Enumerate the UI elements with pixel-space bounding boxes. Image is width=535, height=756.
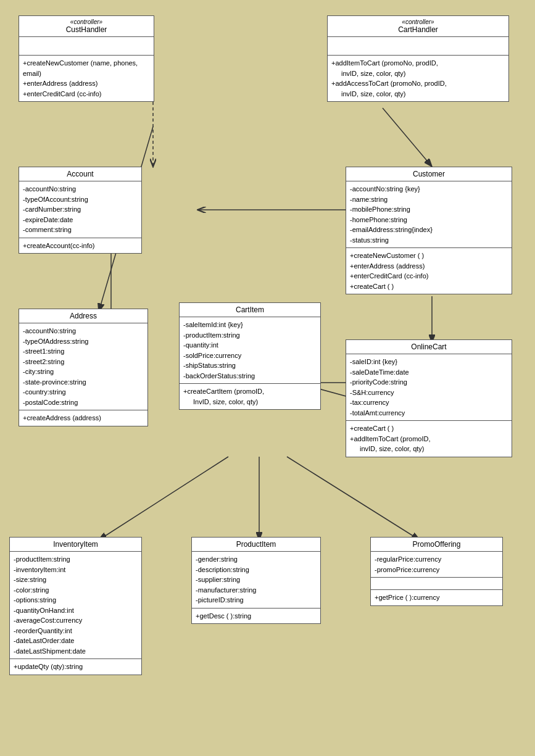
attr-item: -accountNo:string {key}: [350, 184, 508, 194]
inventory-item-name: InventoryItem: [14, 540, 138, 549]
attr-item: -shipStatus:string: [183, 360, 317, 371]
cart-item-name: CartItem: [183, 305, 317, 314]
diagram-container: «controller» CustHandler +createNewCusto…: [0, 0, 535, 756]
attr-item: -postalCode:string: [23, 397, 144, 408]
online-cart-attrs: -saleID:int {key} -saleDateTime:date -pr…: [346, 354, 512, 421]
attr-item: -state-province:string: [23, 377, 144, 388]
product-item-methods: +getDesc ( ):string: [192, 609, 320, 624]
cust-handler-name: CustHandler: [23, 25, 150, 34]
customer-name: Customer: [350, 170, 508, 178]
attr-item: -accountNo:string: [23, 184, 138, 194]
attr-item: -saleDateTime:date: [350, 367, 508, 378]
svg-line-9: [287, 457, 420, 540]
attr-item: -averageCost:currency: [14, 615, 138, 626]
attr-item: -productItem:string: [183, 330, 317, 341]
attr-item: -description:string: [196, 565, 317, 575]
method-item: +enterAddress (address): [350, 261, 508, 272]
promo-offering-header: PromoOffering: [371, 538, 502, 552]
attr-item: -comment:string: [23, 225, 138, 235]
attr-item: -country:string: [23, 387, 144, 397]
attr-item: -name:string: [350, 194, 508, 205]
method-item: +createNewCustomer (name, phones, email): [23, 58, 150, 78]
online-cart-name: OnlineCart: [350, 343, 508, 351]
inventory-item-class: InventoryItem -productItem:string -inven…: [9, 537, 142, 675]
method-item: +getPrice ( ):currency: [375, 592, 499, 603]
account-name: Account: [23, 170, 138, 178]
customer-methods: +createNewCustomer ( ) +enterAddress (ad…: [346, 248, 512, 294]
method-item: +updateQty (qty):string: [14, 662, 138, 672]
method-item: +createCart ( ): [350, 423, 508, 434]
product-item-attrs: -gender:string -description:string -supp…: [192, 552, 320, 609]
method-item: +createAddress (address): [23, 413, 144, 423]
method-item: +createCartItem (promoID,: [183, 386, 317, 397]
attr-item: -reorderQuantity:int: [14, 626, 138, 636]
attr-item: -backOrderStatus:string: [183, 371, 317, 381]
attr-item: -supplier:string: [196, 575, 317, 585]
method-item: +addItemToCart (promoID,: [350, 434, 508, 444]
product-item-name: ProductItem: [196, 540, 317, 549]
method-item: +enterCreditCard (cc-info): [23, 89, 150, 99]
account-attrs: -accountNo:string -typeOfAccount:string …: [19, 181, 141, 238]
attr-item: -gender:string: [196, 554, 317, 565]
account-header: Account: [19, 167, 141, 181]
method-item: +createNewCustomer ( ): [350, 251, 508, 261]
account-class: Account -accountNo:string -typeOfAccount…: [19, 167, 142, 254]
address-methods: +createAddress (address): [19, 410, 147, 426]
attr-item: -street2:string: [23, 357, 144, 367]
customer-header: Customer: [346, 167, 512, 181]
attr-item: -cardNumber:string: [23, 204, 138, 215]
cust-handler-header: «controller» CustHandler: [19, 16, 154, 37]
attr-item: -options:string: [14, 595, 138, 605]
attr-item: -priorityCode:string: [350, 377, 508, 388]
online-cart-methods: +createCart ( ) +addItemToCart (promoID,…: [346, 421, 512, 457]
method-item: +addItemToCart (promoNo, prodID,: [331, 58, 505, 69]
inventory-item-attrs: -productItem:string -inventoryItem:int -…: [10, 552, 141, 659]
attr-item: -saleItemId:int {key}: [183, 320, 317, 330]
attr-item: -pictureID:string: [196, 595, 317, 605]
attr-item: -S&H:currency: [350, 388, 508, 398]
cart-item-methods: +createCartItem (promoID, InvID, size, c…: [180, 384, 320, 409]
customer-attrs: -accountNo:string {key} -name:string -mo…: [346, 181, 512, 248]
inventory-item-header: InventoryItem: [10, 538, 141, 552]
method-item: +createAccount(cc-info): [23, 241, 138, 251]
attr-item: -totalAmt:currency: [350, 408, 508, 418]
method-item: InvID, size, color, qty): [183, 397, 317, 407]
method-item: +enterAddress (address): [23, 78, 150, 89]
address-name: Address: [23, 312, 144, 320]
attr-item: -saleID:int {key}: [350, 357, 508, 367]
cart-handler-empty-attrs: [328, 37, 508, 56]
method-item: invID, size, color, qty): [331, 89, 505, 99]
method-item: +enterCreditCard (cc-info): [350, 271, 508, 281]
product-item-class: ProductItem -gender:string -description:…: [191, 537, 321, 624]
attr-item: -tax:currency: [350, 397, 508, 408]
address-attrs: -accountNo:string -typeOfAddress:string …: [19, 323, 147, 410]
account-methods: +createAccount(cc-info): [19, 238, 141, 254]
cust-handler-methods: +createNewCustomer (name, phones, email)…: [19, 56, 154, 101]
svg-line-2: [383, 108, 432, 167]
promo-offering-attrs: -regularPrice:currency -promoPrice:curre…: [371, 552, 502, 578]
attr-item: -productItem:string: [14, 554, 138, 565]
attr-item: -manufacturer:string: [196, 585, 317, 596]
attr-item: -dateLastShipment:date: [14, 646, 138, 657]
attr-item: -street1:string: [23, 346, 144, 357]
attr-item: -size:string: [14, 575, 138, 585]
promo-offering-name: PromoOffering: [375, 540, 499, 549]
address-header: Address: [19, 309, 147, 323]
attr-item: -color:string: [14, 585, 138, 596]
cust-handler-empty-attrs: [19, 37, 154, 56]
attr-item: -quantityOnHand:int: [14, 605, 138, 616]
method-item: +createCart ( ): [350, 281, 508, 292]
attr-item: -dateLastOrder:date: [14, 636, 138, 646]
attr-item: -homePhone:string: [350, 215, 508, 225]
attr-item: -typeOfAddress:string: [23, 336, 144, 347]
product-item-header: ProductItem: [192, 538, 320, 552]
svg-line-7: [99, 457, 228, 540]
attr-item: -city:string: [23, 367, 144, 377]
attr-item: -mobilePhone:string: [350, 204, 508, 215]
promo-empty-section: [371, 578, 502, 590]
method-item: invID, size, color, qty): [331, 69, 505, 79]
method-item: invID, size, color, qty): [350, 444, 508, 454]
attr-item: -quantity:int: [183, 340, 317, 351]
online-cart-header: OnlineCart: [346, 340, 512, 354]
attr-item: -status:string: [350, 235, 508, 246]
